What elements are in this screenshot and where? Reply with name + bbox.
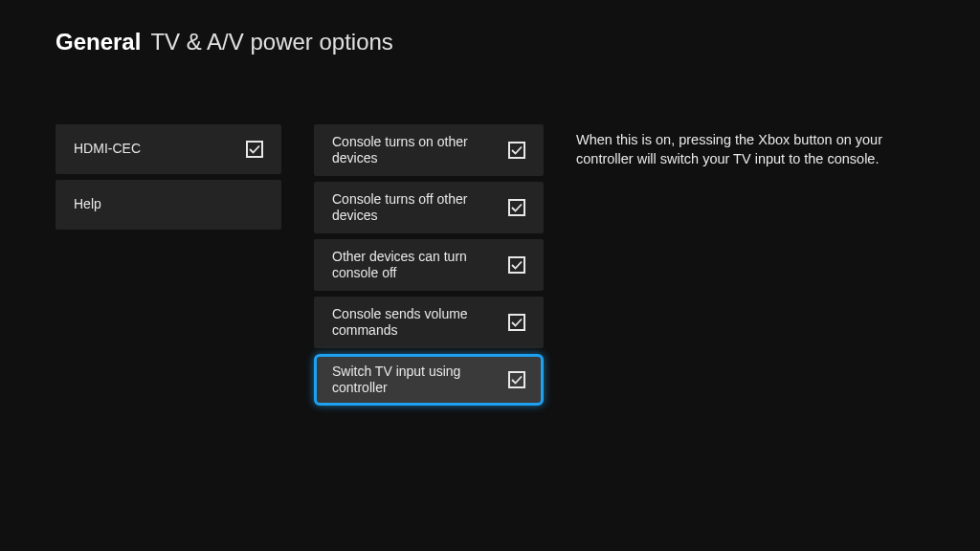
- item-label: Switch TV input using controller: [332, 364, 495, 397]
- hdmi-cec-item[interactable]: HDMI-CEC: [56, 124, 281, 174]
- item-label: Console sends volume commands: [332, 306, 495, 340]
- checkbox-icon: [508, 371, 525, 388]
- item-label: Console turns off other devices: [332, 191, 495, 225]
- console-turns-on-item[interactable]: Console turns on other devices: [314, 124, 544, 176]
- content-area: HDMI-CEC Help Console turns on other dev…: [0, 55, 980, 406]
- description-text: When this is on, pressing the Xbox butto…: [576, 130, 892, 169]
- item-label: Help: [74, 196, 101, 213]
- checkbox-icon: [246, 141, 263, 158]
- header-title: TV & A/V power options: [150, 29, 392, 55]
- help-item[interactable]: Help: [56, 180, 281, 230]
- volume-commands-item[interactable]: Console sends volume commands: [314, 297, 544, 348]
- other-devices-off-item[interactable]: Other devices can turn console off: [314, 239, 544, 291]
- item-label: HDMI-CEC: [74, 141, 141, 158]
- checkbox-icon: [508, 314, 525, 331]
- item-label: Console turns on other devices: [332, 134, 495, 167]
- item-label: Other devices can turn console off: [332, 249, 495, 282]
- checkbox-icon: [508, 142, 525, 159]
- switch-tv-input-item[interactable]: Switch TV input using controller: [314, 354, 544, 406]
- description-column: When this is on, pressing the Xbox butto…: [576, 124, 892, 406]
- left-column: HDMI-CEC Help: [56, 124, 281, 406]
- middle-column: Console turns on other devices Console t…: [314, 124, 544, 406]
- console-turns-off-item[interactable]: Console turns off other devices: [314, 182, 544, 233]
- header-category: General: [56, 29, 141, 55]
- checkbox-icon: [508, 199, 525, 216]
- page-header: General TV & A/V power options: [0, 0, 980, 55]
- checkbox-icon: [508, 256, 525, 274]
